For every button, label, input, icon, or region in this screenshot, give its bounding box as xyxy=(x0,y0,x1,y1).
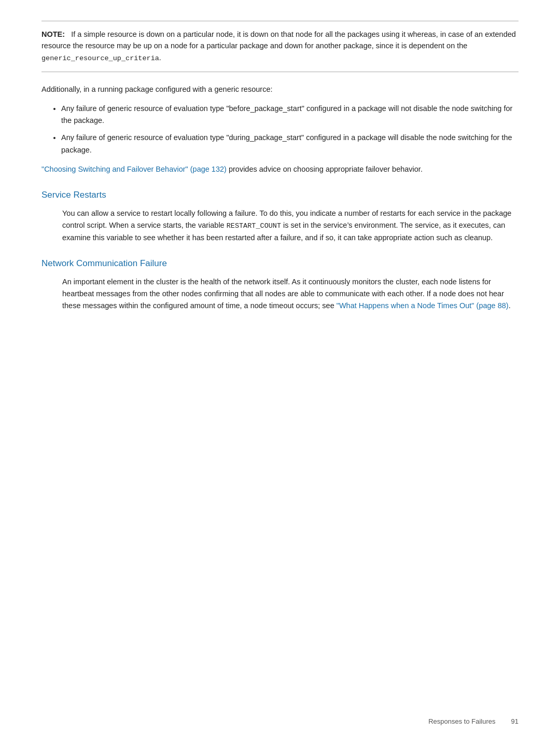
choosing-switching-link[interactable]: "Choosing Switching and Failover Behavio… xyxy=(41,165,227,173)
node-times-out-link[interactable]: "What Happens when a Node Times Out" (pa… xyxy=(337,301,509,310)
service-restarts-text: You can allow a service to restart local… xyxy=(62,208,519,244)
page-container: NOTE: If a simple resource is down on a … xyxy=(0,0,560,746)
service-restarts-heading: Service Restarts xyxy=(41,190,519,200)
note-label: NOTE: xyxy=(41,30,65,38)
note-text: NOTE: If a simple resource is down on a … xyxy=(41,29,519,64)
note-end: . xyxy=(159,53,161,62)
note-code: generic_resource_up_criteria xyxy=(41,54,159,62)
restart-count-code: RESTART_COUNT xyxy=(227,222,281,230)
network-comm-heading: Network Communication Failure xyxy=(41,258,519,269)
link-paragraph: "Choosing Switching and Failover Behavio… xyxy=(41,163,519,175)
intro-paragraph: Additionally, in a running package confi… xyxy=(41,84,519,95)
bullet-item-1: Any failure of generic resource of evalu… xyxy=(61,103,519,127)
network-comm-text: An important element in the cluster is t… xyxy=(62,276,519,312)
network-comm-text-2: . xyxy=(509,301,511,310)
link-suffix: provides advice on choosing appropriate … xyxy=(227,165,423,173)
page-footer: Responses to Failures 91 xyxy=(428,717,519,725)
network-comm-body: An important element in the cluster is t… xyxy=(41,276,519,312)
footer-page: 91 xyxy=(511,717,519,725)
note-body: If a simple resource is down on a partic… xyxy=(41,30,516,50)
bullet-item-2: Any failure of generic resource of evalu… xyxy=(61,132,519,156)
note-box: NOTE: If a simple resource is down on a … xyxy=(41,21,519,72)
bullet-list: Any failure of generic resource of evalu… xyxy=(41,103,519,156)
footer-section: Responses to Failures xyxy=(428,717,495,725)
service-restarts-body: You can allow a service to restart local… xyxy=(41,208,519,244)
